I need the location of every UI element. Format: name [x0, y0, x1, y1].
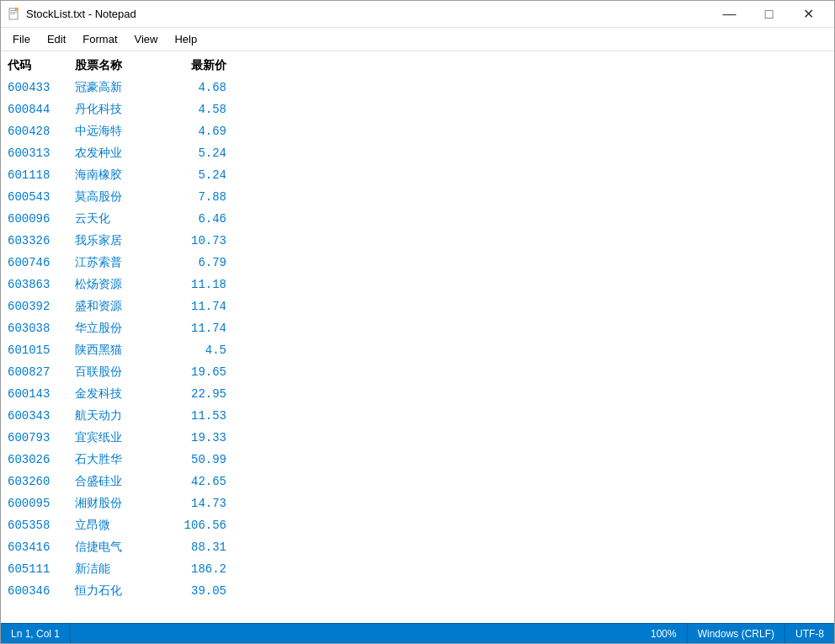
cell-code: 603416 — [8, 536, 75, 558]
cell-price: 4.69 — [159, 120, 226, 142]
cell-price: 186.2 — [159, 558, 226, 580]
table-row: 601015陕西黑猫4.5 — [8, 339, 827, 361]
content-area: 代码 股票名称 最新价 600433冠豪高新4.68600844丹化科技4.58… — [1, 51, 834, 623]
cell-price: 5.24 — [159, 164, 226, 186]
cell-code: 600096 — [8, 208, 75, 230]
cell-price: 19.65 — [159, 361, 226, 383]
cell-price: 42.65 — [159, 471, 226, 492]
cell-code: 600428 — [8, 120, 75, 142]
cell-code: 603863 — [8, 274, 75, 295]
cell-price: 4.68 — [159, 77, 226, 98]
table-row: 600343航天动力11.53 — [8, 405, 827, 427]
minimize-button[interactable]: — — [710, 4, 748, 24]
cell-name: 金发科技 — [75, 383, 159, 405]
table-row: 601118海南橡胶5.24 — [8, 164, 827, 186]
cell-name: 丹化科技 — [75, 98, 159, 120]
cell-code: 601118 — [8, 164, 75, 186]
cell-code: 603026 — [8, 449, 75, 471]
table-row: 605111新洁能186.2 — [8, 558, 827, 580]
status-encoding: UTF-8 — [785, 624, 834, 643]
cell-name: 陕西黑猫 — [75, 339, 159, 361]
header-row: 代码 股票名称 最新价 — [8, 55, 827, 77]
cell-name: 我乐家居 — [75, 230, 159, 252]
table-row: 603026石大胜华50.99 — [8, 449, 827, 471]
cell-price: 11.53 — [159, 405, 226, 427]
table-row: 600543莫高股份7.88 — [8, 186, 827, 208]
cell-price: 11.74 — [159, 317, 226, 339]
cell-code: 605358 — [8, 514, 75, 536]
table-row: 600143金发科技22.95 — [8, 383, 827, 405]
svg-rect-4 — [15, 8, 18, 10]
notepad-window: StockList.txt - Notepad — □ ✕ File Edit … — [0, 0, 835, 644]
status-zoom: 100% — [641, 624, 688, 643]
cell-name: 冠豪高新 — [75, 77, 159, 98]
cell-price: 19.33 — [159, 427, 226, 449]
cell-name: 新洁能 — [75, 558, 159, 580]
cell-code: 600095 — [8, 492, 75, 514]
table-row: 600095湘财股份14.73 — [8, 492, 827, 514]
cell-code: 600143 — [8, 383, 75, 405]
cell-name: 云天化 — [75, 208, 159, 230]
cell-name: 百联股份 — [75, 361, 159, 383]
cell-code: 600543 — [8, 186, 75, 208]
cell-name: 海南橡胶 — [75, 164, 159, 186]
table-row: 603863松炀资源11.18 — [8, 274, 827, 295]
cell-code: 600392 — [8, 295, 75, 317]
window-controls: — □ ✕ — [710, 4, 827, 24]
cell-name: 湘财股份 — [75, 492, 159, 514]
close-button[interactable]: ✕ — [790, 4, 827, 24]
menu-file[interactable]: File — [4, 30, 39, 48]
menu-view[interactable]: View — [126, 30, 167, 48]
status-position: Ln 1, Col 1 — [1, 624, 71, 643]
cell-name: 中远海特 — [75, 120, 159, 142]
cell-name: 合盛硅业 — [75, 471, 159, 492]
table-row: 603038华立股份11.74 — [8, 317, 827, 339]
cell-price: 88.31 — [159, 536, 226, 558]
notepad-icon — [8, 8, 21, 21]
window-title: StockList.txt - Notepad — [26, 8, 136, 20]
table-row: 603416信捷电气88.31 — [8, 536, 827, 558]
cell-price: 39.05 — [159, 580, 226, 602]
cell-price: 14.73 — [159, 492, 226, 514]
cell-name: 石大胜华 — [75, 449, 159, 471]
menu-edit[interactable]: Edit — [39, 30, 74, 48]
cell-name: 盛和资源 — [75, 295, 159, 317]
table-row: 600433冠豪高新4.68 — [8, 77, 827, 98]
table-row: 600428中远海特4.69 — [8, 120, 827, 142]
cell-code: 601015 — [8, 339, 75, 361]
cell-name: 松炀资源 — [75, 274, 159, 295]
menu-help[interactable]: Help — [166, 30, 205, 48]
table-row: 600827百联股份19.65 — [8, 361, 827, 383]
cell-code: 600346 — [8, 580, 75, 602]
cell-code: 605111 — [8, 558, 75, 580]
cell-name: 农发种业 — [75, 142, 159, 164]
cell-price: 7.88 — [159, 186, 226, 208]
maximize-button[interactable]: □ — [750, 4, 788, 24]
cell-name: 宜宾纸业 — [75, 427, 159, 449]
cell-code: 600827 — [8, 361, 75, 383]
cell-code: 600844 — [8, 98, 75, 120]
cell-name: 莫高股份 — [75, 186, 159, 208]
cell-code: 600746 — [8, 252, 75, 274]
cell-price: 22.95 — [159, 383, 226, 405]
cell-price: 10.73 — [159, 230, 226, 252]
text-editor[interactable]: 代码 股票名称 最新价 600433冠豪高新4.68600844丹化科技4.58… — [1, 51, 834, 623]
status-bar: Ln 1, Col 1 100% Windows (CRLF) UTF-8 — [1, 623, 834, 643]
table-row: 603326我乐家居10.73 — [8, 230, 827, 252]
cell-code: 600343 — [8, 405, 75, 427]
table-row: 600844丹化科技4.58 — [8, 98, 827, 120]
cell-code: 603326 — [8, 230, 75, 252]
menu-format[interactable]: Format — [74, 30, 125, 48]
cell-price: 50.99 — [159, 449, 226, 471]
data-rows: 600433冠豪高新4.68600844丹化科技4.58600428中远海特4.… — [8, 77, 827, 602]
title-bar-left: StockList.txt - Notepad — [8, 8, 136, 21]
title-bar: StockList.txt - Notepad — □ ✕ — [1, 1, 834, 28]
cell-code: 600313 — [8, 142, 75, 164]
status-line-ending: Windows (CRLF) — [688, 624, 785, 643]
table-row: 600793宜宾纸业19.33 — [8, 427, 827, 449]
header-col1: 代码 — [8, 55, 75, 77]
cell-name: 华立股份 — [75, 317, 159, 339]
cell-name: 立昂微 — [75, 514, 159, 536]
cell-price: 6.79 — [159, 252, 226, 274]
cell-code: 603038 — [8, 317, 75, 339]
